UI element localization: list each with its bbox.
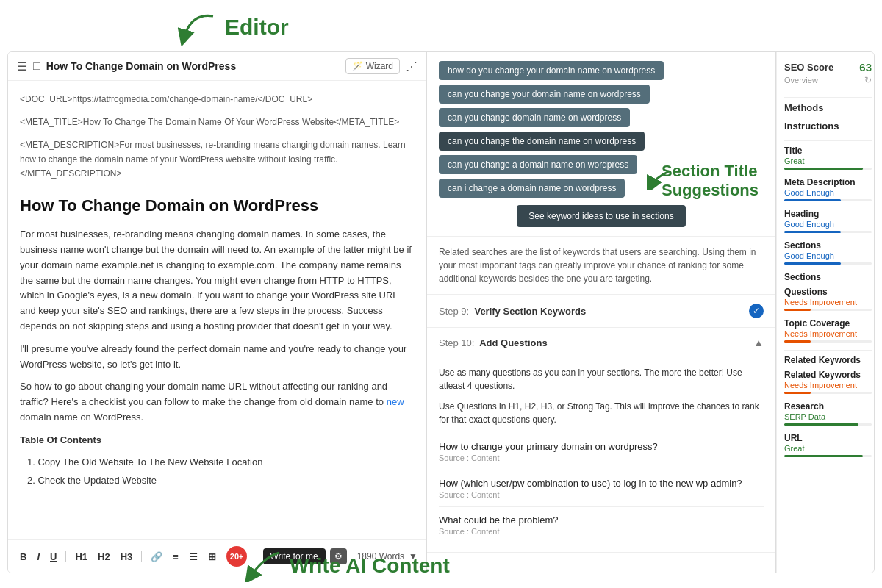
metric-name-4: Questions	[784, 287, 872, 297]
metric-bar-fill-0	[784, 168, 863, 170]
metric-item-3[interactable]: Sections Good Enough	[784, 240, 872, 265]
metric-bar-0	[784, 168, 872, 170]
h1-button[interactable]: H1	[72, 550, 90, 564]
related-keywords-header-label: Related Keywords	[784, 355, 872, 365]
overview-row: Overview ↻	[784, 75, 872, 85]
keyword-pill-2[interactable]: can you change domain name on wordpress	[439, 108, 630, 127]
unordered-list-button[interactable]: ☰	[186, 550, 201, 564]
seo-score-value: 63	[859, 61, 872, 74]
h2-button[interactable]: H2	[95, 550, 113, 564]
step-10-label: Step 10: Add Questions	[439, 337, 548, 348]
step-9-section: Step 9: Verify Section Keywords ✓	[427, 295, 775, 328]
metric-item-8[interactable]: URL Great	[784, 433, 872, 457]
question-item-1: How (which user/pw combination to use) t…	[439, 470, 764, 507]
keyword-pill-4[interactable]: can you change a domain name on wordpres…	[439, 155, 637, 174]
step-10-p1: Use as many questions as you can in your…	[439, 366, 764, 392]
metric-item-5[interactable]: Topic Coverage Needs Improvement	[784, 318, 872, 343]
h3-button[interactable]: H3	[118, 550, 136, 564]
paragraph-3[interactable]: So how to go about changing your domain …	[20, 379, 415, 425]
list-item: 1. Copy The Old Website To The New Websi…	[27, 455, 415, 470]
paragraph-2[interactable]: I'll presume you've already found the pe…	[20, 342, 415, 373]
write-ai-arrow-icon	[243, 549, 287, 582]
keyword-pill-3[interactable]: can you change the domain name on wordpr…	[439, 132, 645, 151]
seo-score-row: SEO Score 63	[784, 61, 872, 74]
instructions-label[interactable]: Instructions	[784, 121, 872, 132]
share-icon[interactable]: ⋰	[406, 60, 417, 74]
hamburger-icon[interactable]: ☰	[17, 60, 27, 74]
step-10-section: Step 10: Add Questions ▲ Use as many que…	[427, 328, 775, 553]
ordered-list-button[interactable]: ≡	[170, 550, 182, 564]
question-text-2: What could be the problem?	[439, 514, 764, 526]
metric-item-1[interactable]: Meta Description Good Enough	[784, 177, 872, 201]
metric-name-3: Sections	[784, 240, 872, 251]
metric-name-0: Title	[784, 146, 872, 156]
metric-status-1: Good Enough	[784, 188, 872, 197]
article-heading: How To Change Domain on WordPress	[20, 193, 415, 218]
metric-bar-1	[784, 199, 872, 201]
meta-title: <META_TITLE>How To Change The Domain Nam…	[20, 115, 415, 129]
step-10-p2: Use Questions in H1, H2, H3, or Strong T…	[439, 400, 764, 426]
metric-name-2: Heading	[784, 209, 872, 219]
metric-bar-6	[784, 392, 872, 394]
step-10-content: Use as many questions as you can in your…	[427, 357, 775, 552]
underline-button[interactable]: U	[47, 550, 60, 564]
italic-button[interactable]: I	[34, 550, 43, 564]
keyword-pill-0[interactable]: how do you change your domain name on wo…	[439, 61, 664, 80]
write-ai-label: Write AI Content	[290, 554, 450, 578]
separator-1	[65, 551, 66, 562]
metric-status-5: Needs Improvement	[784, 329, 872, 338]
separator-2	[141, 551, 142, 562]
table-button[interactable]: ⊞	[205, 550, 219, 564]
divider-2	[784, 140, 872, 141]
step-10-header[interactable]: Step 10: Add Questions ▲	[427, 328, 775, 357]
metric-item-2[interactable]: Heading Good Enough	[784, 209, 872, 233]
toc-list: 1. Copy The Old Website To The New Websi…	[20, 455, 415, 489]
methods-label: Methods	[784, 102, 872, 113]
metric-item-0[interactable]: Title Great	[784, 146, 872, 170]
related-keywords-description: Related searches are the list of keyword…	[427, 237, 775, 295]
question-source-1: Source : Content	[439, 490, 764, 499]
fullscreen-icon[interactable]: □	[33, 60, 40, 73]
metric-bar-fill-1	[784, 199, 841, 201]
step-9-check-icon: ✓	[749, 304, 764, 318]
metric-item-4[interactable]: Questions Needs Improvement	[784, 287, 872, 311]
metric-status-0: Great	[784, 157, 872, 165]
wizard-button[interactable]: 🪄 Wizard	[345, 58, 400, 74]
question-item-0: How to change your primary domain on wor…	[439, 434, 764, 470]
see-keywords-button[interactable]: See keyword ideas to use in sections	[517, 205, 685, 227]
metric-bar-fill-3	[784, 262, 841, 265]
metrics-divider	[784, 350, 872, 351]
metric-status-4: Needs Improvement	[784, 298, 872, 306]
step-10-chevron: ▲	[753, 337, 764, 348]
question-text-1: How (which user/pw combination to use) t…	[439, 478, 764, 489]
metric-bar-3	[784, 262, 872, 265]
paragraph-1[interactable]: For most businesses, re-branding means c…	[20, 227, 415, 334]
bold-button[interactable]: B	[17, 550, 29, 564]
keyword-pill-5[interactable]: can i change a domain name on wordpress	[439, 179, 625, 198]
metric-bar-fill-5	[784, 340, 811, 343]
question-source-0: Source : Content	[439, 453, 764, 462]
metric-name-8: URL	[784, 433, 872, 443]
metric-status-7: SERP Data	[784, 412, 872, 421]
metric-name-7: Research	[784, 401, 872, 412]
metric-item-7[interactable]: Research SERP Data	[784, 401, 872, 426]
metric-status-2: Good Enough	[784, 220, 872, 229]
editor-content: <DOC_URL>https://fatfrogmedia.com/change…	[8, 81, 426, 539]
step-9-label: Step 9: Verify Section Keywords	[439, 306, 586, 317]
metric-item-6[interactable]: Related Keywords Needs Improvement	[784, 370, 872, 394]
keyword-pill-1[interactable]: can you change your domain name on wordp…	[439, 85, 650, 104]
step-9-header[interactable]: Step 9: Verify Section Keywords ✓	[427, 295, 775, 327]
metric-status-3: Good Enough	[784, 251, 872, 260]
question-text-0: How to change your primary domain on wor…	[439, 441, 764, 452]
metric-status-8: Great	[784, 444, 872, 453]
keyword-pills-container: how do you change your domain name on wo…	[427, 52, 775, 237]
editor-label: Editor	[225, 15, 289, 40]
metric-bar-fill-4	[784, 309, 811, 311]
editor-arrow-icon	[176, 9, 220, 46]
refresh-icon[interactable]: ↻	[864, 75, 872, 85]
metric-status-6: Needs Improvement	[784, 381, 872, 390]
metric-bar-8	[784, 455, 872, 457]
new-link[interactable]: new	[387, 396, 404, 407]
metric-bar-5	[784, 340, 872, 343]
link-button[interactable]: 🔗	[148, 550, 165, 564]
